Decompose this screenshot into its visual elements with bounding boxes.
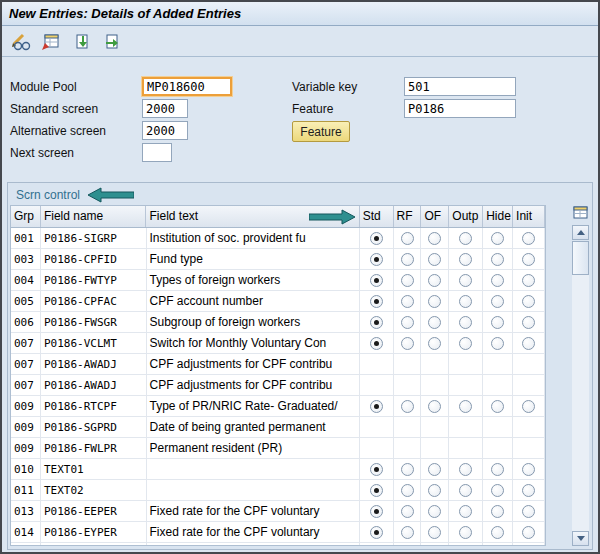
standard-screen-input[interactable] [142,99,188,118]
of-radio[interactable] [428,400,441,413]
table-row[interactable]: 007P0186-VCLMTSwitch for Monthly Volunta… [11,333,545,354]
hide-radio[interactable] [491,295,504,308]
header-std[interactable]: Std [360,206,394,227]
feature-input[interactable] [404,99,516,118]
header-rf[interactable]: RF [394,206,422,227]
hide-radio[interactable] [491,274,504,287]
init-radio[interactable] [522,505,535,518]
of-radio[interactable] [428,274,441,287]
next-entry-button[interactable] [100,30,126,54]
init-radio[interactable] [522,337,535,350]
display-change-button[interactable] [7,30,33,54]
rf-radio[interactable] [401,295,414,308]
scrollbar-thumb[interactable] [572,241,589,275]
header-field-name[interactable]: Field name [41,206,147,227]
std-radio[interactable] [370,316,383,329]
outp-radio[interactable] [459,274,472,287]
table-row[interactable]: 014P0186-EYPERFixed rate for the CPF vol… [11,522,545,543]
entries-list-button[interactable] [38,30,64,54]
outp-radio[interactable] [459,337,472,350]
rf-radio[interactable] [401,232,414,245]
table-row[interactable]: 004P0186-FWTYPTypes of foreign workers [11,270,545,291]
std-radio[interactable] [370,337,383,350]
rf-radio[interactable] [401,526,414,539]
outp-radio[interactable] [459,316,472,329]
init-radio[interactable] [522,253,535,266]
std-radio[interactable] [370,400,383,413]
std-radio[interactable] [370,484,383,497]
init-radio[interactable] [522,295,535,308]
table-row[interactable]: 013P0186-EEPERFixed rate for the CPF vol… [11,501,545,522]
of-radio[interactable] [428,232,441,245]
header-of[interactable]: OF [421,206,449,227]
of-radio[interactable] [428,463,441,476]
of-radio[interactable] [428,253,441,266]
table-row[interactable]: 006P0186-FWSGRSubgroup of foreign worker… [11,312,545,333]
previous-entry-button[interactable] [69,30,95,54]
std-radio[interactable] [370,232,383,245]
table-row[interactable]: 009P0186-SGPRDDate of being granted perm… [11,417,545,438]
of-radio[interactable] [428,526,441,539]
rf-radio[interactable] [401,400,414,413]
of-radio[interactable] [428,505,441,518]
init-radio[interactable] [522,484,535,497]
hide-radio[interactable] [491,232,504,245]
next-screen-input[interactable] [142,143,172,162]
init-radio[interactable] [522,400,535,413]
hide-radio[interactable] [491,337,504,350]
table-row[interactable]: 016P0186-EEEPCIn excess of the statutory… [11,543,545,546]
rf-radio[interactable] [401,505,414,518]
init-radio[interactable] [522,232,535,245]
feature-button[interactable]: Feature [292,121,350,142]
table-row[interactable]: 011TEXT02 [11,480,545,501]
outp-radio[interactable] [459,484,472,497]
outp-radio[interactable] [459,400,472,413]
rf-radio[interactable] [401,337,414,350]
hide-radio[interactable] [491,463,504,476]
table-row[interactable]: 010TEXT01 [11,459,545,480]
hide-radio[interactable] [491,400,504,413]
table-row[interactable]: 009P0186-RTCPFType of PR/NRIC Rate- Grad… [11,396,545,417]
header-init[interactable]: Init [513,206,545,227]
std-radio[interactable] [370,526,383,539]
scroll-up-button[interactable] [572,225,589,240]
outp-radio[interactable] [459,295,472,308]
header-hide[interactable]: Hide [483,206,513,227]
table-row[interactable]: 007P0186-AWADJCPF adjustments for CPF co… [11,375,545,396]
scroll-down-button[interactable] [572,531,589,546]
hide-radio[interactable] [491,505,504,518]
init-radio[interactable] [522,274,535,287]
outp-radio[interactable] [459,253,472,266]
table-row[interactable]: 007P0186-AWADJCPF adjustments for CPF co… [11,354,545,375]
of-radio[interactable] [428,316,441,329]
header-outp[interactable]: Outp [449,206,483,227]
outp-radio[interactable] [459,505,472,518]
hide-radio[interactable] [491,484,504,497]
hide-radio[interactable] [491,316,504,329]
table-row[interactable]: 003P0186-CPFIDFund type [11,249,545,270]
variable-key-input[interactable] [404,77,516,96]
std-radio[interactable] [370,463,383,476]
init-radio[interactable] [522,526,535,539]
init-radio[interactable] [522,463,535,476]
rf-radio[interactable] [401,253,414,266]
std-radio[interactable] [370,253,383,266]
outp-radio[interactable] [459,232,472,245]
hide-radio[interactable] [491,253,504,266]
rf-radio[interactable] [401,484,414,497]
init-radio[interactable] [522,316,535,329]
std-radio[interactable] [370,274,383,287]
table-row[interactable]: 005P0186-CPFACCPF account number [11,291,545,312]
module-pool-input[interactable] [142,77,232,96]
header-grp[interactable]: Grp [11,206,41,227]
rf-radio[interactable] [401,274,414,287]
table-row[interactable]: 001P0186-SIGRPInstitution of soc. provid… [11,228,545,249]
vertical-scrollbar[interactable] [572,205,589,546]
of-radio[interactable] [428,337,441,350]
rf-radio[interactable] [401,463,414,476]
table-row[interactable]: 009P0186-FWLPRPermanent resident (PR) [11,438,545,459]
rf-radio[interactable] [401,316,414,329]
alternative-screen-input[interactable] [142,121,188,140]
scrollbar-track[interactable] [572,275,589,531]
std-radio[interactable] [370,505,383,518]
